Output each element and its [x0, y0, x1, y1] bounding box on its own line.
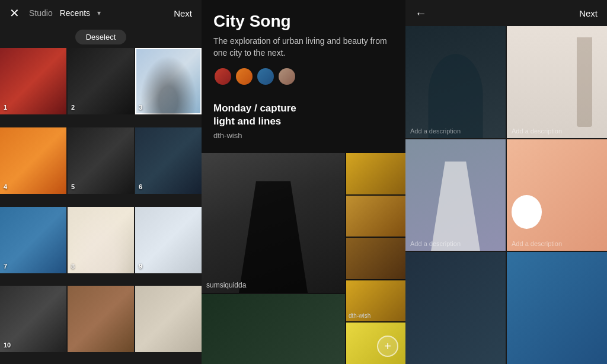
studio-tab[interactable]: Studio: [29, 8, 53, 18]
right-photo-cell[interactable]: Add a description: [405, 139, 506, 251]
left-next-button[interactable]: Next: [174, 8, 192, 18]
main-big-image[interactable]: sumsiquidda: [202, 153, 345, 293]
photo-number: 4: [4, 183, 7, 190]
add-button[interactable]: +: [377, 336, 398, 357]
right-photos-area: Add a description Add a description Add …: [405, 26, 607, 364]
recents-tab[interactable]: Recents: [60, 8, 90, 18]
post-title: Monday / capture: [213, 103, 394, 114]
post-author: dth-wish: [213, 131, 394, 140]
left-header-left: ✕ Studio Recents ▾: [9, 7, 101, 19]
right-panel: ← Next Add a description Add a descripti…: [405, 0, 607, 364]
photo-cell[interactable]: 1: [0, 48, 66, 114]
photo-cell[interactable]: 10: [0, 286, 66, 352]
photo-number: 3: [139, 104, 142, 111]
middle-panel: City Song The exploration of urban livin…: [202, 0, 405, 364]
left-panel: ✕ Studio Recents ▾ Next Deselect 1 2 3 4…: [0, 0, 202, 364]
right-photo-cell[interactable]: [405, 252, 506, 364]
chevron-down-icon[interactable]: ▾: [97, 9, 101, 17]
nav-tabs: Studio Recents ▾: [29, 8, 101, 18]
collection-title: City Song: [213, 12, 394, 31]
description-label[interactable]: Add a description: [410, 240, 461, 247]
left-header: ✕ Studio Recents ▾ Next: [0, 0, 202, 26]
photo-number: 1: [4, 104, 7, 111]
avatar: [256, 67, 275, 86]
photo-cell[interactable]: 3: [135, 48, 202, 114]
right-column-2: Add a description Add a description: [507, 26, 607, 364]
deselect-bar: Deselect: [0, 26, 202, 48]
collection-description: The exploration of urban living and beau…: [213, 36, 394, 59]
right-photo-cell[interactable]: Add a description: [507, 26, 607, 138]
avatar: [235, 67, 254, 86]
photo-number: 2: [71, 104, 75, 111]
collection-header: City Song The exploration of urban livin…: [202, 0, 405, 103]
photo-cell[interactable]: [135, 286, 202, 352]
post-subtitle: light and lines: [213, 116, 394, 127]
photo-number: 5: [71, 183, 75, 190]
thumbnail-column: dth-wish +: [346, 153, 405, 364]
middle-content: sumsiquidda dth-wish +: [202, 153, 405, 364]
right-photo-cell[interactable]: Add a description: [405, 26, 506, 138]
description-label[interactable]: Add a description: [512, 127, 562, 135]
main-image-author: sumsiquidda: [206, 281, 246, 289]
photo-number: 7: [4, 263, 7, 270]
thumbnail-cell[interactable]: [346, 196, 405, 237]
avatars-row: [213, 67, 394, 86]
photo-cell[interactable]: 5: [68, 127, 134, 194]
avatar: [213, 67, 232, 86]
main-image-area: sumsiquidda: [202, 153, 345, 364]
right-column-1: Add a description Add a description: [405, 26, 506, 364]
photo-cell[interactable]: 6: [135, 127, 202, 194]
photo-cell[interactable]: [68, 286, 134, 352]
featured-post: Monday / capture light and lines dth-wis…: [202, 103, 405, 153]
photo-number: 8: [71, 263, 75, 270]
right-header: ← Next: [405, 0, 607, 26]
back-icon[interactable]: ←: [415, 7, 427, 20]
photo-cell[interactable]: 8: [68, 207, 134, 273]
photo-cell[interactable]: 2: [68, 48, 134, 114]
description-label[interactable]: Add a description: [410, 127, 461, 135]
photo-cell[interactable]: 7: [0, 207, 66, 273]
thumbnail-cell[interactable]: [346, 238, 405, 279]
photo-number: 9: [139, 263, 142, 270]
thumb-author: dth-wish: [349, 312, 370, 319]
right-next-button[interactable]: Next: [579, 8, 598, 18]
right-photo-cell[interactable]: [507, 252, 607, 364]
photo-grid: 1 2 3 4 5 6 7 8 9 10: [0, 48, 202, 364]
photo-cell[interactable]: 9: [135, 207, 202, 273]
silhouette-shape: [230, 181, 316, 293]
thumbnail-cell[interactable]: [346, 153, 405, 194]
photo-cell[interactable]: 4: [0, 127, 66, 194]
thumbnail-cell[interactable]: +: [346, 323, 405, 364]
avatar: [277, 67, 296, 86]
close-icon[interactable]: ✕: [9, 7, 20, 19]
main-small-image[interactable]: [202, 294, 345, 364]
thumbnail-cell[interactable]: dth-wish: [346, 280, 405, 322]
photo-number: 6: [139, 183, 142, 190]
deselect-button[interactable]: Deselect: [75, 30, 127, 44]
photo-number: 10: [4, 341, 11, 349]
description-label[interactable]: Add a description: [512, 240, 562, 247]
right-photo-cell[interactable]: Add a description: [507, 139, 607, 251]
